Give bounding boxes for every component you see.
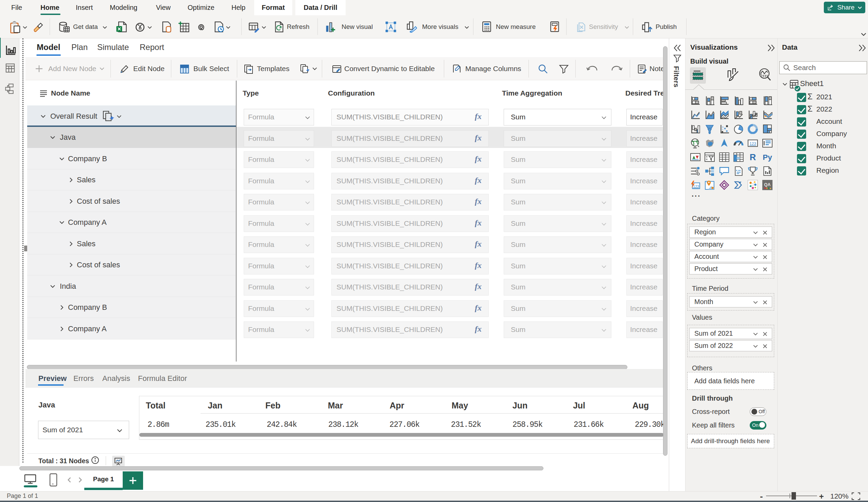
svg-text:123: 123 (750, 141, 756, 145)
svg-text:R: R (750, 152, 756, 162)
svg-text:QA: QA (764, 182, 771, 187)
svg-text:123: 123 (693, 184, 699, 188)
svg-text:Py: Py (763, 153, 772, 162)
